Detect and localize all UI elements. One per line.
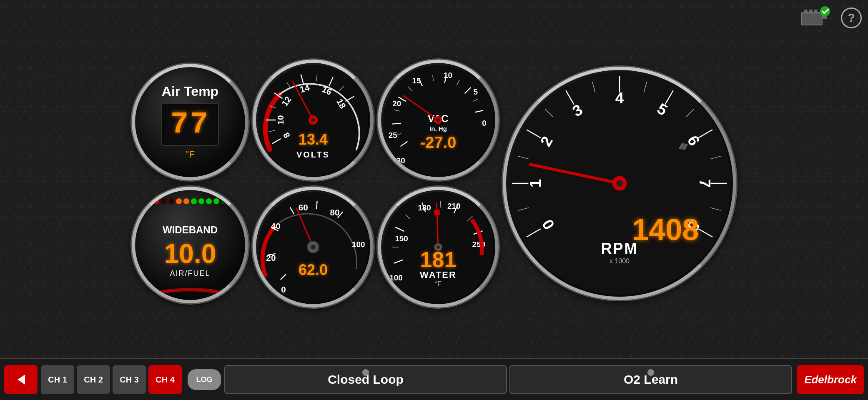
water-value: 181 bbox=[420, 247, 457, 272]
wideband-label: WIDEBAND bbox=[163, 224, 218, 236]
rpm-value: 1408 bbox=[632, 212, 699, 247]
svg-text:In. Hg: In. Hg bbox=[429, 125, 447, 132]
svg-text:0: 0 bbox=[281, 284, 286, 294]
air-temp-value: 77 bbox=[171, 108, 210, 142]
air-temp-gauge[interactable]: Air Temp 77 °F bbox=[132, 64, 248, 180]
led-dot bbox=[191, 198, 197, 204]
psi-value: 62.0 bbox=[299, 261, 328, 279]
svg-text:100: 100 bbox=[352, 240, 365, 249]
svg-line-77 bbox=[440, 201, 441, 208]
gauge-col-4: 0 1 2 3 4 5 6 bbox=[503, 67, 736, 300]
led-dot bbox=[146, 198, 152, 204]
svg-text:4: 4 bbox=[615, 90, 624, 107]
svg-text:60: 60 bbox=[299, 202, 308, 212]
led-dot bbox=[213, 198, 219, 204]
svg-marker-120 bbox=[18, 375, 25, 385]
led-dot bbox=[168, 198, 174, 204]
help-label: ? bbox=[848, 11, 855, 25]
svg-text:7: 7 bbox=[696, 179, 713, 188]
svg-text:0: 0 bbox=[482, 119, 487, 128]
water-label: WATER °F bbox=[420, 270, 457, 288]
svg-text:180: 180 bbox=[418, 203, 431, 212]
svg-text:150: 150 bbox=[395, 234, 408, 242]
svg-text:10: 10 bbox=[444, 70, 452, 79]
svg-rect-80 bbox=[434, 210, 440, 215]
svg-line-33 bbox=[316, 201, 317, 209]
led-dot bbox=[198, 198, 204, 204]
gauge-col-2: 8 10 12 14 16 18 bbox=[253, 60, 374, 308]
svg-point-63 bbox=[437, 118, 440, 122]
back-arrow-icon bbox=[13, 371, 29, 388]
air-temp-content: Air Temp 77 °F bbox=[161, 84, 219, 160]
svg-point-37 bbox=[311, 245, 315, 249]
edelbrock-logo[interactable]: Edelbrock bbox=[797, 365, 864, 394]
led-arc bbox=[144, 198, 236, 211]
psi-svg: 0 20 40 60 80 PSI 100 bbox=[256, 190, 370, 304]
air-temp-unit: °F bbox=[161, 149, 219, 160]
top-right-area: ? bbox=[799, 6, 862, 29]
rpm-label-sub: x 1000 bbox=[601, 258, 638, 265]
o2-learn-button[interactable]: O2 Learn bbox=[509, 365, 792, 394]
log-label: LOG bbox=[196, 375, 213, 384]
svg-rect-115 bbox=[804, 10, 808, 14]
air-temp-label: Air Temp bbox=[161, 84, 219, 99]
o2-learn-indicator bbox=[647, 369, 654, 376]
vac-value: -27.0 bbox=[420, 134, 457, 152]
water-sublabel: °F bbox=[435, 280, 442, 288]
ch2-label: CH 2 bbox=[84, 375, 103, 385]
water-label-text: WATER bbox=[420, 270, 457, 280]
svg-text:1: 1 bbox=[527, 179, 544, 188]
ch3-button[interactable]: CH 3 bbox=[113, 365, 146, 394]
wideband-content: WIDEBAND 10.0 AIR/FUEL bbox=[163, 224, 218, 278]
svg-point-20 bbox=[311, 118, 315, 122]
water-gauge[interactable]: 100 150 180 210 250 bbox=[378, 187, 499, 308]
volts-value: 13.4 bbox=[299, 131, 328, 148]
air-temp-display: 77 bbox=[161, 103, 219, 146]
svg-text:10: 10 bbox=[276, 115, 285, 125]
ch1-button[interactable]: CH 1 bbox=[41, 365, 74, 394]
svg-text:5: 5 bbox=[474, 87, 478, 96]
rpm-label-main: RPM bbox=[601, 240, 638, 258]
svg-text:210: 210 bbox=[447, 202, 461, 210]
gauge-area: Air Temp 77 °F bbox=[0, 0, 868, 358]
ch4-button[interactable]: CH 4 bbox=[148, 365, 182, 394]
volts-label: VOLTS bbox=[296, 150, 330, 160]
svg-point-113 bbox=[616, 180, 623, 187]
svg-text:20: 20 bbox=[392, 99, 401, 108]
ch1-label: CH 1 bbox=[48, 375, 67, 385]
svg-text:30: 30 bbox=[396, 156, 405, 165]
ch4-label: CH 4 bbox=[156, 375, 175, 385]
help-button[interactable]: ? bbox=[841, 8, 862, 28]
led-dot bbox=[228, 198, 234, 204]
ch3-label: CH 3 bbox=[120, 375, 139, 385]
rpm-gauge[interactable]: 0 1 2 3 4 5 6 bbox=[503, 67, 736, 300]
bottom-bar: CH 1 CH 2 CH 3 CH 4 LOG Closed Loop O2 L… bbox=[0, 358, 868, 400]
svg-rect-114 bbox=[801, 12, 822, 25]
led-dot bbox=[153, 198, 159, 204]
svg-text:25: 25 bbox=[389, 130, 397, 139]
ch2-button[interactable]: CH 2 bbox=[77, 365, 110, 394]
gauge-col-1: Air Temp 77 °F bbox=[132, 64, 248, 303]
wideband-gauge[interactable]: WIDEBAND 10.0 AIR/FUEL bbox=[132, 187, 248, 303]
svg-text:100: 100 bbox=[389, 273, 403, 282]
vac-gauge[interactable]: 30 25 20 15 10 5 0 VAC In. Hg bbox=[378, 60, 499, 180]
svg-point-119 bbox=[820, 6, 830, 16]
wideband-value: 10.0 bbox=[163, 238, 218, 269]
back-button[interactable] bbox=[4, 365, 38, 394]
rpm-label: RPM x 1000 bbox=[601, 240, 638, 265]
svg-rect-117 bbox=[814, 10, 818, 14]
log-button[interactable]: LOG bbox=[188, 369, 221, 390]
svg-rect-116 bbox=[809, 10, 813, 14]
closed-loop-indicator bbox=[362, 369, 369, 376]
engine-icon[interactable] bbox=[799, 6, 833, 29]
led-dot bbox=[161, 198, 167, 204]
led-dot bbox=[221, 198, 227, 204]
volts-gauge[interactable]: 8 10 12 14 16 18 bbox=[253, 60, 374, 180]
psi-gauge[interactable]: 0 20 40 60 80 PSI 100 bbox=[253, 187, 374, 308]
wideband-sublabel: AIR/FUEL bbox=[163, 269, 218, 278]
led-dot bbox=[183, 198, 189, 204]
closed-loop-button[interactable]: Closed Loop bbox=[224, 365, 507, 394]
led-dot bbox=[176, 198, 182, 204]
vac-svg: 30 25 20 15 10 5 0 VAC In. Hg bbox=[381, 63, 495, 177]
led-dot bbox=[206, 198, 212, 204]
